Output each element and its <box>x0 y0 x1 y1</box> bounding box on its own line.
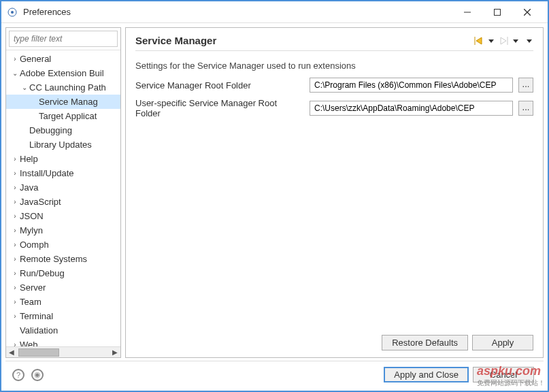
root-folder-input[interactable] <box>310 78 513 93</box>
tree-item[interactable]: ›Oomph <box>6 238 120 252</box>
filter-input[interactable] <box>9 31 118 47</box>
page-menu-arrow[interactable] <box>525 38 533 44</box>
tree-item-label: Remote Systems <box>20 252 87 265</box>
tree-item-label: Java <box>20 181 38 194</box>
bottom-bar: ? ◉ Apply and Close Cancel <box>5 361 544 387</box>
scroll-left-arrow[interactable]: ◀ <box>6 348 17 356</box>
tree-item[interactable]: ›JSON <box>6 209 120 223</box>
tree-item-label: Library Updates <box>29 138 92 151</box>
chevron-down-icon[interactable]: ⌄ <box>10 67 20 80</box>
tree-item[interactable]: ⌄CC Launching Path <box>6 80 120 95</box>
chevron-right-icon[interactable]: › <box>10 167 20 180</box>
dialog-actions: Apply and Close Cancel <box>384 367 534 382</box>
user-root-folder-label: User-specific Service Manager Root Folde… <box>135 98 304 118</box>
tree-item-label: JSON <box>20 210 44 223</box>
chevron-right-icon[interactable]: › <box>10 224 20 237</box>
horizontal-scrollbar[interactable]: ◀ ▶ <box>6 346 120 357</box>
minimize-button[interactable] <box>452 3 482 22</box>
tree-wrap: ›General⌄Adobe Extension Buil⌄CC Launchi… <box>6 50 120 346</box>
help-icons: ? ◉ <box>12 369 44 381</box>
tree-item[interactable]: ›Mylyn <box>6 223 120 238</box>
tree-item[interactable]: ›Install/Update <box>6 166 120 180</box>
user-root-folder-input[interactable] <box>310 101 513 116</box>
tree-item-label: Validation <box>20 324 58 337</box>
tree-item-label: Adobe Extension Buil <box>20 67 104 80</box>
chevron-right-icon[interactable]: › <box>10 52 20 65</box>
scroll-right-arrow[interactable]: ▶ <box>110 348 120 356</box>
root-folder-row: Service Manager Root Folder ... <box>135 78 533 93</box>
chevron-right-icon[interactable]: › <box>10 295 20 308</box>
tree-item-label: JavaScript <box>20 195 61 208</box>
apply-and-close-button[interactable]: Apply and Close <box>384 367 469 382</box>
tree-item-label: Team <box>20 295 41 308</box>
tree-item-label: Terminal <box>20 310 53 323</box>
tree-item-label: Server <box>20 281 46 294</box>
window-title: Preferences <box>23 7 452 17</box>
tree-item[interactable]: ›Terminal <box>6 309 120 323</box>
titlebar: Preferences <box>1 1 548 23</box>
forward-button[interactable] <box>495 37 512 45</box>
chevron-right-icon[interactable]: › <box>10 195 20 208</box>
scroll-thumb[interactable] <box>18 348 59 357</box>
app-icon <box>7 7 18 18</box>
chevron-right-icon[interactable]: › <box>10 238 20 251</box>
back-button[interactable] <box>471 37 487 45</box>
back-menu-arrow[interactable] <box>487 38 495 44</box>
tree-item-label: Service Manag <box>39 95 98 108</box>
tree-item[interactable]: Validation <box>6 323 120 338</box>
tree-item[interactable]: Debugging <box>6 123 120 137</box>
tree-item-label: Mylyn <box>20 224 43 237</box>
tree-item[interactable]: ›Help <box>6 152 120 166</box>
main-pane: ›General⌄Adobe Extension Buil⌄CC Launchi… <box>5 27 544 358</box>
tree-item[interactable]: Service Manag <box>6 95 120 109</box>
chevron-right-icon[interactable]: › <box>10 310 20 323</box>
tree-item[interactable]: ›Run/Debug <box>6 266 120 280</box>
page-description: Settings for the Service Manager used to… <box>135 51 533 78</box>
apply-button[interactable]: Apply <box>472 335 533 350</box>
maximize-button[interactable] <box>482 3 512 22</box>
tree-item[interactable]: Library Updates <box>6 137 120 152</box>
chevron-right-icon[interactable]: › <box>10 152 20 165</box>
window-body: ›General⌄Adobe Extension Buil⌄CC Launchi… <box>1 23 548 391</box>
tree-item[interactable]: ›Remote Systems <box>6 252 120 266</box>
sidebar: ›General⌄Adobe Extension Buil⌄CC Launchi… <box>5 27 121 358</box>
chevron-right-icon[interactable]: › <box>10 252 20 265</box>
tree-item-label: Oomph <box>20 238 49 251</box>
content-footer: Restore Defaults Apply <box>135 328 533 350</box>
tree-item-label: CC Launching Path <box>29 81 106 94</box>
tree-item-label: Install/Update <box>20 167 74 180</box>
preferences-tree[interactable]: ›General⌄Adobe Extension Buil⌄CC Launchi… <box>6 50 120 346</box>
user-root-folder-browse[interactable]: ... <box>518 101 533 116</box>
root-folder-browse[interactable]: ... <box>518 78 533 93</box>
tree-item-label: Run/Debug <box>20 267 65 280</box>
close-button[interactable] <box>512 3 542 22</box>
tree-item[interactable]: ›Team <box>6 295 120 309</box>
chevron-right-icon[interactable]: › <box>10 210 20 223</box>
chevron-down-icon[interactable]: ⌄ <box>20 81 29 94</box>
chevron-right-icon[interactable]: › <box>10 181 20 194</box>
tree-item[interactable]: ›Java <box>6 180 120 195</box>
svg-point-1 <box>11 11 14 14</box>
user-root-folder-row: User-specific Service Manager Root Folde… <box>135 98 533 118</box>
chevron-right-icon[interactable]: › <box>10 338 20 346</box>
tree-item-label: Help <box>20 152 38 165</box>
chevron-right-icon[interactable]: › <box>10 267 20 280</box>
help-icon[interactable]: ? <box>12 369 24 381</box>
tree-item-label: Web <box>20 338 38 346</box>
cancel-button[interactable]: Cancel <box>473 367 534 382</box>
tree-item[interactable]: ›JavaScript <box>6 195 120 209</box>
content-panel: Service Manager Settings for the Service… <box>125 27 544 358</box>
tree-item[interactable]: ›General <box>6 52 120 66</box>
import-export-icon[interactable]: ◉ <box>31 369 44 381</box>
tree-item[interactable]: Target Applicat <box>6 109 120 123</box>
tree-item[interactable]: ⌄Adobe Extension Buil <box>6 66 120 80</box>
chevron-right-icon[interactable]: › <box>10 281 20 294</box>
restore-defaults-button[interactable]: Restore Defaults <box>382 335 468 350</box>
page-title: Service Manager <box>135 35 471 46</box>
tree-item-label: General <box>20 52 51 65</box>
tree-item[interactable]: ›Server <box>6 280 120 295</box>
root-folder-label: Service Manager Root Folder <box>135 80 304 91</box>
tree-item[interactable]: ›Web <box>6 338 120 346</box>
forward-menu-arrow[interactable] <box>512 38 520 44</box>
svg-rect-3 <box>495 9 501 15</box>
